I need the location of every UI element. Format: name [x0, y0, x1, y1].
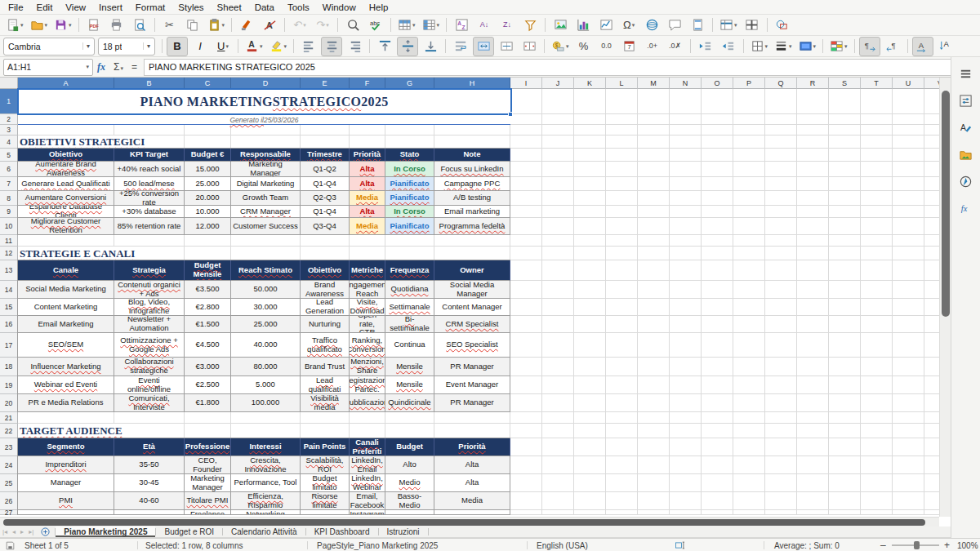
font-name-combo[interactable]: Cambria▾ [3, 38, 95, 56]
cell[interactable]: Alta [434, 474, 510, 492]
cell[interactable]: €1.500 [185, 316, 231, 333]
cell[interactable]: 80.000 [231, 358, 301, 376]
cell[interactable] [434, 510, 510, 515]
unmerge-cells-button[interactable] [519, 37, 540, 56]
increase-indent-button[interactable] [695, 37, 716, 56]
column-header-cell[interactable]: Professione [185, 438, 231, 456]
sort-descending-button[interactable]: Z↓ [497, 16, 518, 35]
cell[interactable]: Instagram [350, 510, 385, 515]
vertical-scrollbar-thumb[interactable] [942, 91, 950, 317]
conditional-formatting-button[interactable]: ▾ [827, 37, 850, 56]
cell[interactable]: Media [350, 218, 385, 235]
row-header-13[interactable]: 13 [0, 260, 18, 281]
cell[interactable]: Q1-Q4 [301, 177, 350, 191]
text-direction-vertical-button[interactable]: A [935, 37, 956, 56]
cell[interactable]: Brand Trust [301, 358, 350, 376]
cell[interactable]: Visibilità media [301, 394, 350, 412]
italic-button[interactable]: I [189, 37, 211, 56]
insert-image-button[interactable] [550, 16, 571, 35]
column-header-cell[interactable]: Canali Preferiti [350, 438, 385, 456]
open-dropdown-icon[interactable]: ▾ [45, 22, 48, 29]
align-bottom-button[interactable] [420, 37, 441, 56]
text-direction-horizontal-button[interactable]: A [912, 37, 933, 56]
align-left-button[interactable] [298, 37, 319, 56]
freeze-panes-dropdown-icon[interactable]: ▾ [734, 22, 737, 29]
nav-last-sheet-button[interactable]: ▸| [26, 527, 36, 537]
cell[interactable] [114, 510, 185, 515]
number-format-button[interactable]: 0.0 [596, 37, 617, 56]
menu-insert[interactable]: Insert [92, 2, 129, 13]
cell[interactable]: Contenuti organici + Ads [114, 281, 185, 299]
cell[interactable]: Social Media Marketing [18, 281, 114, 299]
borders-dropdown-icon[interactable]: ▾ [765, 43, 768, 50]
cell[interactable]: Ranking, Conversioni [350, 333, 385, 358]
nav-next-sheet-button[interactable]: ▸ [18, 527, 26, 537]
cell[interactable]: Webinar ed Eventi [18, 376, 114, 394]
navigator-deck-icon[interactable] [956, 171, 976, 191]
row-header-19[interactable]: 19 [0, 376, 18, 394]
merge-cells-button[interactable] [496, 37, 517, 56]
cell[interactable]: Q1-Q4 [301, 206, 350, 218]
cell[interactable]: Scalabilità, ROI [301, 456, 350, 474]
cell[interactable]: CEO, Founder [185, 456, 231, 474]
gallery-deck-icon[interactable] [956, 144, 976, 164]
cell[interactable]: Titolare PMI [185, 492, 231, 510]
spelling-button[interactable]: abc [365, 16, 386, 35]
menu-data[interactable]: Data [248, 2, 281, 13]
cell[interactable]: A/B testing [434, 191, 510, 206]
cell[interactable]: Customer Success [231, 218, 301, 235]
underline-button[interactable]: U▾ [212, 37, 234, 56]
cell[interactable]: Marketing Manager [185, 474, 231, 492]
column-header-cell[interactable]: Responsabile [231, 149, 301, 162]
currency-dropdown-icon[interactable]: ▾ [566, 43, 569, 50]
styles-deck-icon[interactable]: A [956, 118, 976, 137]
font-color-dropdown-icon[interactable]: ▾ [260, 43, 263, 50]
functions-deck-icon[interactable]: fx [956, 198, 976, 218]
insert-rows-button[interactable]: ▾ [395, 16, 418, 35]
column-header-cell[interactable]: Interessi [231, 438, 301, 456]
column-header-J[interactable]: J [542, 78, 574, 89]
cell[interactable]: CRM Manager [231, 206, 301, 218]
column-header-cell[interactable]: Metriche [350, 260, 385, 281]
cell[interactable]: LinkedIn, Webinar [350, 474, 385, 492]
font-name-dropdown-icon[interactable]: ▾ [82, 42, 90, 50]
row-header-17[interactable]: 17 [0, 333, 18, 358]
column-header-T[interactable]: T [861, 78, 893, 89]
border-style-dropdown-icon[interactable]: ▾ [789, 43, 792, 50]
cell[interactable]: Focus su LinkedIn [434, 162, 510, 177]
cell[interactable]: Media [434, 492, 510, 510]
row-header-25[interactable]: 25 [0, 474, 18, 492]
wrap-text-button[interactable] [450, 37, 471, 56]
cell[interactable]: Email, Facebook [350, 492, 385, 510]
cell[interactable]: Brand Awareness [301, 281, 350, 299]
cell[interactable]: PMI [18, 492, 114, 510]
cell[interactable]: Programma fedeltà [434, 218, 510, 235]
align-right-button[interactable] [344, 37, 365, 56]
clear-formatting-button[interactable]: A [259, 16, 280, 35]
cell[interactable]: 85% retention rate [114, 218, 185, 235]
cell[interactable]: Q3-Q4 [301, 218, 350, 235]
row-header-9[interactable]: 9 [0, 206, 18, 218]
cell[interactable]: Lead qualificati [301, 376, 350, 394]
cell[interactable]: €2.500 [185, 376, 231, 394]
cell[interactable]: 5.000 [231, 376, 301, 394]
split-window-button[interactable] [742, 16, 763, 35]
column-header-cell[interactable]: Priorità [434, 438, 510, 456]
cell[interactable]: PR e Media Relations [18, 394, 114, 412]
cell[interactable]: Engagement, Reach [350, 281, 385, 299]
cell[interactable]: In Corso [385, 162, 434, 177]
merge-center-button[interactable] [473, 37, 494, 56]
row-header-5[interactable]: 5 [0, 149, 18, 162]
nav-previous-sheet-button[interactable]: ◂ [10, 527, 18, 537]
percent-button[interactable]: % [573, 37, 595, 56]
menu-format[interactable]: Format [129, 2, 172, 13]
select-function-button[interactable]: Σ▾ [109, 61, 127, 73]
cell[interactable]: Influencer Marketing [18, 358, 114, 376]
cell[interactable]: Quindicinale [385, 394, 434, 412]
cell[interactable]: PR Manager [434, 394, 510, 412]
cell[interactable]: €4.500 [185, 333, 231, 358]
row-header-27[interactable]: 27 [0, 510, 18, 515]
cell[interactable]: 30-45 [114, 474, 185, 492]
cell[interactable]: Pianificato [385, 191, 434, 206]
properties-deck-icon[interactable] [956, 91, 976, 110]
